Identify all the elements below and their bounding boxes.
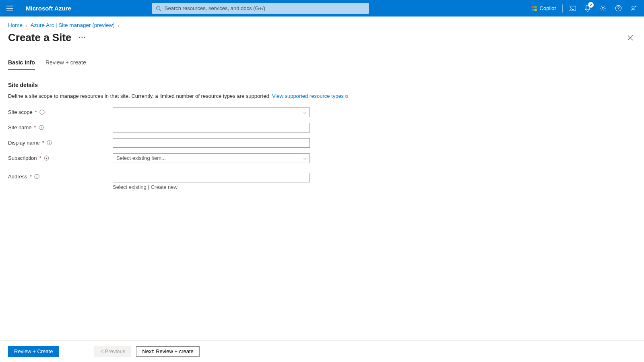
section-title: Site details [8, 82, 354, 88]
row-address: Address * Select existing | Create new [8, 173, 354, 190]
label-site-name: Site name [8, 124, 32, 130]
settings-button[interactable] [596, 1, 610, 16]
row-site-scope: Site scope * ⌵ [8, 108, 354, 117]
svg-line-1 [159, 9, 161, 11]
feedback-icon [630, 5, 637, 12]
site-details-section: Site details Define a site scope to mana… [0, 70, 362, 190]
info-icon[interactable] [39, 110, 45, 115]
chevron-down-icon: ⌵ [303, 155, 306, 161]
row-subscription: Subscription * Select existing item... ⌵ [8, 153, 354, 163]
chevron-right-icon: › [118, 23, 120, 28]
section-desc-text: Define a site scope to manage resources … [8, 93, 272, 99]
page-title-row: Create a Site ··· [0, 28, 644, 44]
gear-icon [600, 5, 607, 12]
subscription-placeholder: Select existing item... [116, 155, 166, 161]
previous-button[interactable]: < Previous [94, 346, 131, 357]
tabs: Basic info Review + create [0, 44, 644, 70]
notifications-button[interactable]: 2 [580, 1, 595, 16]
cloud-shell-icon [569, 6, 576, 11]
breadcrumb-arc[interactable]: Azure Arc | Site manager (preview) [31, 22, 115, 28]
site-scope-select[interactable]: ⌵ [113, 108, 310, 117]
svg-point-0 [157, 6, 160, 10]
copilot-button[interactable]: Copilot [527, 2, 560, 15]
required-marker: * [39, 155, 41, 161]
svg-point-3 [602, 7, 604, 9]
info-icon[interactable] [39, 125, 44, 130]
required-marker: * [30, 174, 32, 180]
copilot-label: Copilot [540, 5, 556, 11]
search-icon [156, 6, 161, 11]
label-address: Address [8, 174, 27, 180]
next-button[interactable]: Next: Review + create [136, 346, 200, 357]
close-button[interactable] [625, 32, 636, 43]
label-site-scope: Site scope [8, 109, 33, 115]
help-icon [615, 5, 622, 12]
close-icon [627, 35, 633, 41]
breadcrumb: Home › Azure Arc | Site manager (preview… [0, 17, 644, 28]
topbar: Microsoft Azure Copilot 2 [0, 0, 644, 17]
info-icon[interactable] [34, 174, 40, 179]
svg-point-5 [632, 6, 634, 8]
tab-review-create[interactable]: Review + create [45, 59, 86, 70]
required-marker: * [35, 109, 37, 115]
supported-types-link[interactable]: View supported resource types⧉ [272, 93, 348, 99]
more-actions-button[interactable]: ··· [79, 33, 86, 42]
subscription-select[interactable]: Select existing item... ⌵ [113, 153, 310, 163]
info-icon[interactable] [44, 155, 50, 161]
topbar-right: Copilot 2 [527, 1, 641, 16]
row-display-name: Display name * [8, 138, 354, 148]
notifications-badge: 2 [588, 2, 594, 8]
hamburger-icon [6, 6, 13, 11]
help-button[interactable] [611, 1, 625, 16]
external-link-icon: ⧉ [345, 94, 348, 99]
address-input[interactable] [113, 173, 310, 182]
topbar-divider [562, 4, 563, 12]
required-marker: * [34, 124, 36, 130]
review-create-button[interactable]: Review + Create [8, 346, 59, 357]
row-site-name: Site name * [8, 123, 354, 132]
label-subscription: Subscription [8, 155, 37, 161]
cloud-shell-button[interactable] [565, 1, 580, 16]
address-create-new-link[interactable]: Create new [151, 184, 177, 190]
info-icon[interactable] [47, 140, 52, 146]
global-search[interactable] [152, 3, 369, 14]
page-title: Create a Site [8, 31, 72, 44]
site-name-input[interactable] [113, 123, 310, 132]
section-description: Define a site scope to manage resources … [8, 92, 354, 100]
address-select-existing-link[interactable]: Select existing [113, 184, 147, 190]
brand-label: Microsoft Azure [26, 5, 71, 12]
label-display-name: Display name [8, 140, 40, 146]
search-input[interactable] [165, 5, 365, 11]
display-name-input[interactable] [113, 138, 310, 148]
svg-rect-2 [569, 6, 576, 11]
copilot-icon [531, 5, 537, 12]
address-links: Select existing | Create new [113, 184, 310, 190]
hamburger-menu[interactable] [3, 2, 16, 15]
required-marker: * [42, 140, 44, 146]
feedback-button[interactable] [626, 1, 641, 16]
tab-basic-info[interactable]: Basic info [8, 59, 35, 70]
chevron-down-icon: ⌵ [303, 110, 306, 115]
breadcrumb-home[interactable]: Home [8, 22, 23, 28]
footer: Review + Create < Previous Next: Review … [0, 340, 644, 362]
chevron-right-icon: › [26, 23, 27, 28]
